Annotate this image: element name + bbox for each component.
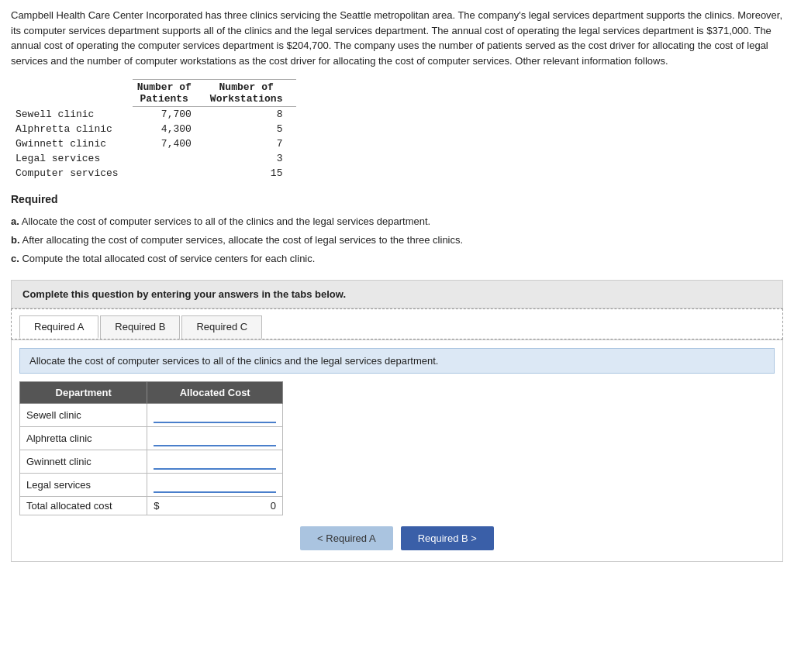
info-patients: 4,300 xyxy=(133,122,205,136)
info-col2-header: Number ofWorkstations xyxy=(205,80,297,107)
info-patients: 7,700 xyxy=(133,107,205,122)
answer-row: Gwinnett clinic xyxy=(20,450,283,474)
answer-department-3: Legal services xyxy=(20,474,147,497)
required-heading: Required xyxy=(11,193,783,205)
section-wrapper: Allocate the cost of computer services t… xyxy=(11,339,783,562)
total-value-cell: $ 0 xyxy=(147,497,283,515)
tab-instruction: Allocate the cost of computer services t… xyxy=(19,348,775,374)
tab-required-c[interactable]: Required C xyxy=(181,315,262,339)
info-patients xyxy=(133,151,205,166)
tabs-area: Required A Required B Required C xyxy=(11,308,783,339)
total-value: 0 xyxy=(163,500,276,512)
answer-table: Department Allocated Cost Sewell clinic … xyxy=(19,381,283,515)
answer-row: Alphretta clinic xyxy=(20,427,283,450)
tab-required-a[interactable]: Required A xyxy=(19,315,98,339)
info-label: Sewell clinic xyxy=(11,107,133,122)
info-label: Alphretta clinic xyxy=(11,122,133,136)
answer-input-1[interactable] xyxy=(154,430,276,446)
answer-department-2: Gwinnett clinic xyxy=(20,450,147,474)
answer-input-3[interactable] xyxy=(154,477,276,493)
requirements-list: a. Allocate the cost of computer service… xyxy=(11,213,783,267)
answer-input-cell-1[interactable] xyxy=(147,427,283,450)
info-col0-header xyxy=(11,80,133,107)
req-b: b. After allocating the cost of computer… xyxy=(11,232,783,249)
info-table-row: Legal services 3 xyxy=(11,151,296,166)
info-workstations: 5 xyxy=(205,122,297,136)
next-button[interactable]: Required B > xyxy=(401,526,494,550)
info-col1-header: Number ofPatients xyxy=(133,80,205,107)
answer-input-cell-3[interactable] xyxy=(147,474,283,497)
answer-row: Legal services xyxy=(20,474,283,497)
answer-col2-header: Allocated Cost xyxy=(147,382,283,404)
info-label: Computer services xyxy=(11,166,133,181)
answer-row: Sewell clinic xyxy=(20,404,283,427)
info-workstations: 15 xyxy=(205,166,297,181)
info-label: Gwinnett clinic xyxy=(11,136,133,151)
info-workstations: 7 xyxy=(205,136,297,151)
answer-input-cell-0[interactable] xyxy=(147,404,283,427)
info-patients: 7,400 xyxy=(133,136,205,151)
answer-input-2[interactable] xyxy=(154,453,276,470)
answer-input-0[interactable] xyxy=(154,407,276,423)
answer-col1-header: Department xyxy=(20,382,147,404)
total-row: Total allocated cost $ 0 xyxy=(20,497,283,515)
info-workstations: 3 xyxy=(205,151,297,166)
req-c: c. Compute the total allocated cost of s… xyxy=(11,250,783,267)
dollar-sign: $ xyxy=(154,500,159,512)
info-table: Number ofPatients Number ofWorkstations … xyxy=(11,79,296,181)
info-workstations: 8 xyxy=(205,107,297,122)
info-table-row: Sewell clinic 7,700 8 xyxy=(11,107,296,122)
info-table-row: Computer services 15 xyxy=(11,166,296,181)
info-label: Legal services xyxy=(11,151,133,166)
info-table-row: Alphretta clinic 4,300 5 xyxy=(11,122,296,136)
prev-button[interactable]: < Required A xyxy=(300,526,393,550)
req-a: a. Allocate the cost of computer service… xyxy=(11,213,783,230)
info-table-row: Gwinnett clinic 7,400 7 xyxy=(11,136,296,151)
info-patients xyxy=(133,166,205,181)
answer-department-1: Alphretta clinic xyxy=(20,427,147,450)
answer-input-cell-2[interactable] xyxy=(147,450,283,474)
answer-department-0: Sewell clinic xyxy=(20,404,147,427)
complete-box: Complete this question by entering your … xyxy=(11,280,783,308)
intro-text: Campbell Health Care Center Incorporated… xyxy=(11,8,783,68)
tab-required-b[interactable]: Required B xyxy=(100,315,180,339)
total-label: Total allocated cost xyxy=(20,497,147,515)
nav-buttons: < Required A Required B > xyxy=(19,526,775,550)
